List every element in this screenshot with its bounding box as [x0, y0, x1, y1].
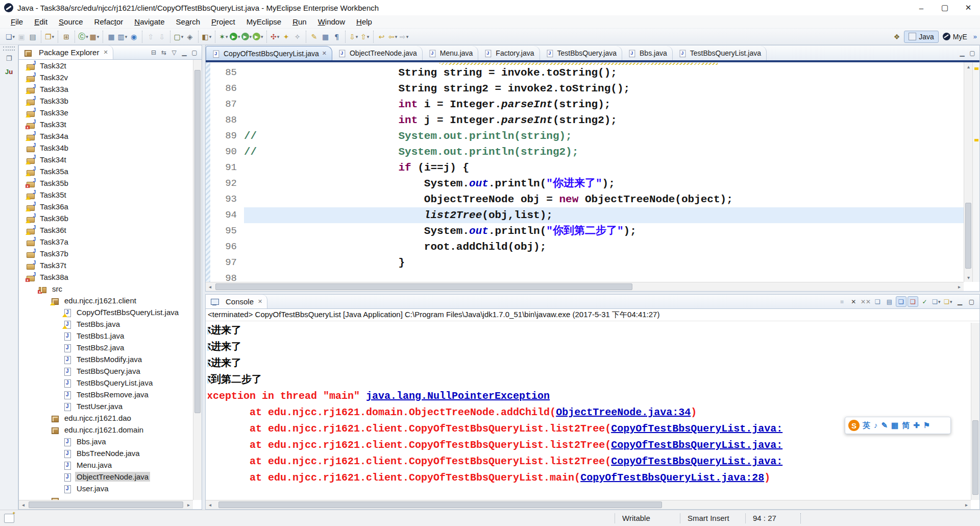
tree-item-TestBbs-java[interactable]: TestBbs.java: [19, 318, 193, 330]
view-menu-button[interactable]: ▽: [169, 47, 179, 58]
dropdown-arrow-icon[interactable]: ▾: [86, 34, 88, 39]
tree-item-src[interactable]: xsrc: [19, 283, 193, 295]
tree-item-Task34a[interactable]: Task34a: [19, 130, 193, 142]
explorer-horizontal-scrollbar[interactable]: ◂ ▸: [19, 500, 193, 509]
tree-item-Menu-java[interactable]: Menu.java: [19, 459, 193, 471]
editor-tab-Bbs-java[interactable]: Bbs.java: [622, 46, 673, 60]
show-stdout-when-changed-button[interactable]: ❏: [896, 296, 906, 307]
code-line[interactable]: 86 String string2 = invoke2.toString();: [210, 81, 964, 97]
tree-item-CopyOfTestBbsQueryList-java[interactable]: CopyOfTestBbsQueryList.java: [19, 306, 193, 318]
menu-file[interactable]: File: [5, 17, 29, 26]
package-app-button[interactable]: ◧▾: [202, 31, 212, 42]
code-line[interactable]: 85 String string = invoke.toString();: [210, 65, 964, 81]
editor-tab-CopyOfTestBbsQueryList-java[interactable]: CopyOfTestBbsQueryList.java✕: [206, 46, 332, 60]
tree-item-Task36a[interactable]: Task36a: [19, 201, 193, 212]
tree-item-Task37b[interactable]: Task37b: [19, 248, 193, 259]
perspective-myeclipse[interactable]: MyE: [939, 31, 971, 43]
status-trim-icon[interactable]: [4, 514, 14, 523]
deploy-button[interactable]: ⇧: [145, 31, 156, 42]
editor-vertical-scrollbar[interactable]: ▴ ▾: [964, 62, 972, 282]
app-server-button[interactable]: ▢▾: [174, 31, 184, 42]
clear-console-button[interactable]: ❏: [872, 296, 883, 307]
fast-view-handle[interactable]: [3, 46, 15, 51]
menu-run[interactable]: Run: [287, 17, 312, 26]
code-line[interactable]: 87 int i = Integer.parseInt(string);: [210, 97, 964, 112]
editor-horizontal-scrollbar[interactable]: ◂ ▸: [206, 282, 964, 291]
dropdown-arrow-icon[interactable]: ▾: [938, 299, 941, 304]
ime-tool-icon[interactable]: ✎: [881, 421, 888, 431]
menu-project[interactable]: Project: [206, 17, 241, 26]
tree-item-BbsTreeNode-java[interactable]: BbsTreeNode.java: [19, 447, 193, 459]
tree-item-Task33a[interactable]: Task33a: [19, 83, 193, 95]
open-perspective-icon[interactable]: ❖: [894, 33, 900, 41]
tree-item-edu-njcc-rj1621-dao[interactable]: edu.njcc.rj1621.dao: [19, 412, 193, 424]
console-tab[interactable]: Console ✕: [206, 295, 267, 308]
minimize-editor-button[interactable]: ▁: [957, 48, 967, 58]
dropdown-arrow-icon[interactable]: ▾: [250, 34, 252, 39]
dropdown-arrow-icon[interactable]: ▾: [209, 34, 212, 39]
tree-item-Task35a[interactable]: Task35a: [19, 165, 193, 177]
menu-refactor[interactable]: Refactor: [89, 17, 129, 26]
code-text[interactable]: int i = Integer.parseInt(string);: [244, 97, 964, 112]
scroll-left-icon[interactable]: ◂: [19, 500, 28, 509]
save-button[interactable]: ▣: [16, 31, 27, 42]
code-text[interactable]: if (i==j) {: [244, 160, 964, 176]
pin-console-button[interactable]: ✓: [919, 296, 930, 307]
dropdown-arrow-icon[interactable]: ▾: [226, 34, 228, 39]
code-text[interactable]: }: [244, 255, 964, 271]
overview-ruler[interactable]: [972, 62, 979, 282]
link-with-editor-button[interactable]: ⇆: [159, 47, 169, 58]
tree-item-Task33t[interactable]: xTask33t: [19, 118, 193, 130]
menu-source[interactable]: Source: [53, 17, 89, 26]
console-stack-link[interactable]: java.lang.NullPointerException: [366, 390, 550, 402]
code-line[interactable]: 98: [210, 271, 964, 282]
scroll-down-icon[interactable]: ▾: [964, 273, 973, 282]
scroll-left-icon[interactable]: ◂: [206, 282, 214, 291]
web-browser-button[interactable]: ◉: [129, 31, 139, 42]
tree-item-Task36b[interactable]: Task36b: [19, 212, 193, 224]
dropdown-arrow-icon[interactable]: ▾: [97, 34, 100, 39]
dropdown-arrow-icon[interactable]: ▾: [125, 34, 128, 39]
code-line[interactable]: 89// System.out.println(string);: [210, 128, 964, 144]
dropdown-arrow-icon[interactable]: ▾: [367, 34, 370, 39]
editor-tab-TestBbsQuery-java[interactable]: TestBbsQuery.java: [540, 46, 622, 60]
code-text[interactable]: [244, 271, 964, 282]
code-line[interactable]: 96 root.addChild(obj);: [210, 239, 964, 255]
code-text[interactable]: ObjectTreeNode obj = new ObjectTreeNode(…: [244, 192, 964, 207]
db-explorer-button[interactable]: ▦: [106, 31, 116, 42]
new-package-button[interactable]: ▦▾: [89, 31, 100, 42]
editor-tab-Menu-java[interactable]: Menu.java: [423, 46, 479, 60]
scroll-right-icon[interactable]: ▸: [955, 282, 964, 291]
search-torch-button[interactable]: ✦: [281, 31, 291, 42]
scroll-left-icon[interactable]: ◂: [206, 500, 214, 509]
explorer-vertical-scrollbar[interactable]: [193, 60, 202, 500]
code-line[interactable]: 94 list2Tree(obj,list);: [210, 207, 964, 223]
console-stack-link[interactable]: CopyOfTestBbsQueryList.java:: [611, 423, 782, 435]
ime-tool-icon[interactable]: ♪: [874, 421, 878, 431]
show-stderr-when-changed-button[interactable]: ❏: [908, 296, 918, 307]
tree-item-TestBbsQueryList-java[interactable]: TestBbsQueryList.java: [19, 377, 193, 389]
close-icon[interactable]: ✕: [322, 50, 327, 57]
ime-tool-icon[interactable]: ▦: [891, 421, 898, 431]
warning-marker[interactable]: [974, 67, 978, 70]
perspective-overflow-chevron[interactable]: »: [973, 33, 977, 40]
terminate-button[interactable]: ■: [837, 296, 847, 307]
dropdown-arrow-icon[interactable]: ▾: [181, 34, 184, 39]
profile-button[interactable]: ▶▾: [253, 31, 263, 42]
mark-occurrences-button[interactable]: ✎: [309, 31, 320, 42]
scroll-right-icon[interactable]: ▸: [184, 500, 193, 509]
code-text[interactable]: System.out.println("你到第二步了");: [244, 223, 964, 239]
export-jar-button[interactable]: ⊞: [61, 31, 71, 42]
close-icon[interactable]: ✕: [258, 298, 262, 305]
persistence-button[interactable]: ▥▾: [117, 31, 128, 42]
code-text[interactable]: // System.out.println(string);: [244, 128, 964, 144]
code-text[interactable]: String string2 = invoke2.toString();: [244, 81, 964, 97]
tree-item-User-java[interactable]: User.java: [19, 483, 193, 494]
last-edit-location-button[interactable]: ↩: [377, 31, 387, 42]
tree-item-Task38a[interactable]: xTask38a: [19, 271, 193, 283]
minimize-view-button[interactable]: ▁: [179, 47, 189, 58]
menu-help[interactable]: Help: [351, 17, 378, 26]
ime-tool-icon[interactable]: 英: [863, 421, 870, 431]
scroll-lock-button[interactable]: ▤: [884, 296, 895, 307]
remove-launch-button[interactable]: ✕: [848, 296, 859, 307]
